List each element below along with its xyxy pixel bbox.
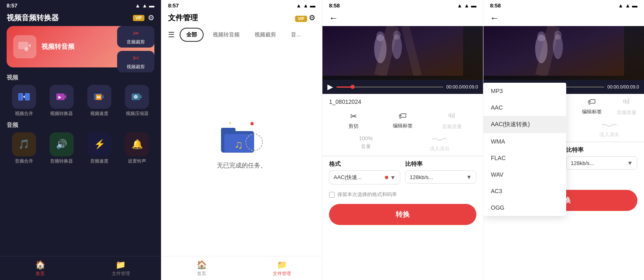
signal-icon-3: ▲: [457, 2, 462, 9]
bitrate-label-3: 比特率: [405, 160, 476, 168]
progress-track-3[interactable]: [336, 86, 443, 88]
nav-home-1[interactable]: 🏠 首页: [0, 256, 81, 280]
edit-tag-action-4[interactable]: 🏷 编辑标签: [574, 97, 609, 116]
format-dot-3: [385, 176, 388, 179]
thumb-bg-svg-4: [483, 26, 624, 76]
hero-label: 视频转音频: [41, 43, 74, 51]
empty-state: ✦ ♫ 无已完成的任务。: [161, 45, 322, 256]
audio-quality-action-4: 音频质量: [609, 97, 644, 116]
video-speed-item[interactable]: ⏩ 视频速度: [82, 85, 117, 117]
audio-merge-icon-box: 🎵: [12, 132, 36, 156]
video-thumb-3: [322, 26, 483, 80]
cut-icon: ✂: [350, 111, 357, 121]
nav-home-label-1: 首页: [36, 270, 45, 277]
video-merge-icon: [12, 85, 36, 109]
hamburger-icon[interactable]: ☰: [168, 30, 175, 39]
format-select-right-3: ▼: [383, 174, 396, 181]
video-compress-item[interactable]: 视频压缩器: [120, 85, 154, 117]
dropdown-aac[interactable]: AAC: [483, 99, 566, 116]
bitrate-select-4[interactable]: 128kb/s... ▼: [566, 156, 637, 170]
audio-merge-icon: 🎵: [18, 139, 29, 150]
vip-badge-2[interactable]: VIP: [295, 16, 307, 22]
ringtone-item[interactable]: 🔔 设置铃声: [120, 132, 154, 164]
dropdown-ogg[interactable]: OGG: [483, 199, 566, 216]
save-prefs-checkbox-3[interactable]: [329, 192, 335, 198]
gear-icon-2[interactable]: ⚙: [309, 14, 315, 22]
bottom-nav-2: 🏠 首页 📁 文件管理: [161, 256, 322, 280]
volume-row-3: 100% 音量 淡入淡出: [322, 134, 483, 156]
video-crop-btn[interactable]: ✄ 视频裁剪: [117, 51, 154, 72]
back-btn-4[interactable]: ←: [490, 13, 499, 24]
format-col-3: 格式 AAC(快速... ▼: [329, 160, 400, 184]
svg-marker-12: [102, 95, 104, 99]
dropdown-mp3[interactable]: MP3: [483, 83, 566, 99]
audio-crop-btn[interactable]: ✂ 音频裁剪: [117, 26, 154, 48]
format-section-3: 格式 AAC(快速... ▼ 比特率 128kb/s... ▼: [322, 156, 483, 189]
video-converter-item[interactable]: ▶ 视频转换器: [44, 85, 79, 117]
video-merge-item[interactable]: 视频合并: [7, 85, 41, 117]
svg-text:▶: ▶: [58, 95, 62, 99]
signal-icon-4: ▲: [618, 2, 623, 9]
panel-converter-4: 8:58 ▲ ▲ ▬ ←: [483, 0, 644, 280]
fadeinout-item-3: 淡入淡出: [403, 135, 476, 152]
svg-rect-32: [454, 112, 454, 118]
bitrate-select-3[interactable]: 128kb/s... ▼: [405, 170, 476, 184]
time-2: 8:57: [168, 2, 179, 9]
svg-text:♫: ♫: [234, 138, 243, 151]
volume-percent-3: 100%: [359, 135, 372, 141]
dropdown-flac[interactable]: FLAC: [483, 150, 566, 166]
video-to-audio-icon: ♪: [17, 39, 32, 54]
video-merge-label: 视频合并: [15, 110, 33, 117]
play-btn-3[interactable]: ▶: [327, 82, 333, 91]
dropdown-wma[interactable]: WMA: [483, 133, 566, 150]
vip-badge-1[interactable]: VIP: [133, 15, 144, 21]
format-label-3: 格式: [329, 160, 400, 168]
cut-action[interactable]: ✂ 剪切: [329, 111, 378, 130]
dropdown-wav[interactable]: WAV: [483, 166, 566, 183]
audio-converter-item[interactable]: 🔊 音频转换器: [44, 132, 79, 164]
player-bar-3: ▶ 00:00.0/00:09.0: [322, 80, 483, 94]
status-icons-4: ▲ ▲ ▬: [618, 2, 637, 9]
nav-files-2[interactable]: 📁 文件管理: [242, 256, 322, 280]
bitrate-arrow-3: ▼: [466, 174, 472, 180]
svg-rect-41: [628, 98, 629, 104]
audio-quality-action: 音频质量: [427, 111, 476, 130]
panel-home: 8:57 ▲ ▲ ▬ 视频音频转换器 VIP ⚙ ♪ 视频转音频: [0, 0, 161, 280]
svg-rect-6: [25, 93, 30, 101]
converter-top-4: ←: [483, 11, 644, 26]
format-select-3[interactable]: AAC(快速... ▼: [329, 170, 400, 184]
svg-rect-40: [627, 100, 627, 104]
panel-converter-3: 8:58 ▲ ▲ ▬ ←: [322, 0, 483, 280]
progress-dot-3: [351, 85, 355, 89]
audio-speed-label: 音频速度: [90, 158, 108, 164]
tab-video-to-audio[interactable]: 视频转音频: [207, 29, 245, 41]
signal-icon-2: ▲: [296, 2, 301, 9]
thumb-bg-svg: [322, 26, 463, 76]
audio-merge-item[interactable]: 🎵 音频合并: [7, 132, 41, 164]
edit-tag-action[interactable]: 🏷 编辑标签: [378, 111, 428, 130]
time-1: 8:57: [7, 2, 17, 9]
ringtone-label: 设置铃声: [128, 158, 146, 164]
audio-grid: 🎵 音频合并 🔊 音频转换器 ⚡ 音频速度 🔔 设置铃声: [0, 131, 161, 166]
audio-crop-label: 音频裁剪: [127, 39, 145, 45]
edit-tag-label: 编辑标签: [393, 122, 413, 129]
dropdown-aac-fast[interactable]: AAC(快速转换): [483, 116, 566, 133]
nav-files-1[interactable]: 📁 文件管理: [81, 256, 161, 280]
audio-quality-label: 音频质量: [442, 123, 462, 130]
eq-svg: [448, 111, 456, 120]
edit-tag-label-4: 编辑标签: [582, 108, 602, 115]
status-bar-2: 8:57 ▲ ▲ ▬: [161, 0, 322, 11]
tab-all[interactable]: 全部: [180, 28, 204, 42]
tab-video-crop[interactable]: 视频裁剪: [249, 29, 282, 41]
audio-converter-label: 音频转换器: [50, 158, 73, 164]
back-btn-3[interactable]: ←: [329, 13, 338, 24]
top-bar-1: 视频音频转换器 VIP ⚙: [0, 11, 161, 26]
nav-home-2[interactable]: 🏠 首页: [161, 256, 242, 280]
svg-rect-20: [221, 128, 235, 134]
tab-audio[interactable]: 音...: [285, 29, 307, 41]
gear-icon-1[interactable]: ⚙: [148, 13, 154, 22]
audio-merge-label: 音频合并: [15, 158, 33, 164]
audio-speed-item[interactable]: ⚡ 音频速度: [82, 132, 117, 164]
convert-btn-3[interactable]: 转换: [329, 204, 476, 225]
dropdown-ac3[interactable]: AC3: [483, 183, 566, 199]
